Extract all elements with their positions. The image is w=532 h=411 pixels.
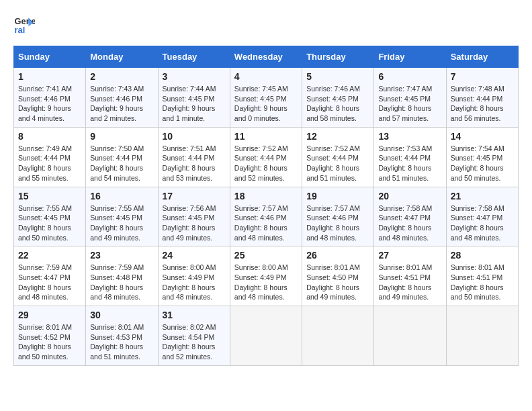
calendar-week-row: 8Sunrise: 7:49 AM Sunset: 4:44 PM Daylig…: [14, 127, 519, 187]
calendar-cell: 1Sunrise: 7:41 AM Sunset: 4:46 PM Daylig…: [14, 68, 86, 128]
day-number: 25: [234, 250, 298, 261]
calendar-cell: 17Sunrise: 7:56 AM Sunset: 4:45 PM Dayli…: [158, 187, 230, 246]
calendar-cell: 9Sunrise: 7:50 AM Sunset: 4:44 PM Daylig…: [86, 127, 158, 187]
calendar-cell: 22Sunrise: 7:59 AM Sunset: 4:47 PM Dayli…: [14, 246, 86, 306]
calendar-cell: 23Sunrise: 7:59 AM Sunset: 4:48 PM Dayli…: [86, 246, 158, 306]
day-info: Sunrise: 7:49 AM Sunset: 4:44 PM Dayligh…: [18, 144, 81, 183]
calendar-cell: [374, 306, 446, 366]
calendar-week-row: 29Sunrise: 8:01 AM Sunset: 4:52 PM Dayli…: [14, 306, 519, 366]
day-info: Sunrise: 7:52 AM Sunset: 4:44 PM Dayligh…: [234, 144, 298, 183]
day-number: 13: [378, 131, 441, 142]
day-info: Sunrise: 8:01 AM Sunset: 4:53 PM Dayligh…: [90, 322, 153, 362]
day-number: 27: [378, 250, 441, 261]
day-number: 3: [163, 71, 226, 82]
calendar-cell: 5Sunrise: 7:46 AM Sunset: 4:45 PM Daylig…: [302, 68, 374, 128]
day-info: Sunrise: 7:55 AM Sunset: 4:45 PM Dayligh…: [18, 203, 81, 243]
day-number: 31: [163, 310, 226, 320]
day-info: Sunrise: 8:00 AM Sunset: 4:49 PM Dayligh…: [163, 263, 226, 302]
calendar-cell: 29Sunrise: 8:01 AM Sunset: 4:52 PM Dayli…: [14, 306, 86, 366]
day-info: Sunrise: 7:43 AM Sunset: 4:46 PM Dayligh…: [90, 84, 153, 124]
calendar-cell: 11Sunrise: 7:52 AM Sunset: 4:44 PM Dayli…: [230, 127, 302, 187]
col-header-sunday: Sunday: [14, 46, 86, 68]
day-info: Sunrise: 7:41 AM Sunset: 4:46 PM Dayligh…: [18, 84, 81, 124]
day-number: 28: [451, 250, 514, 261]
calendar-cell: [302, 306, 374, 366]
calendar-cell: 15Sunrise: 7:55 AM Sunset: 4:45 PM Dayli…: [14, 187, 86, 246]
day-info: Sunrise: 8:01 AM Sunset: 4:50 PM Dayligh…: [306, 263, 369, 302]
day-info: Sunrise: 7:59 AM Sunset: 4:47 PM Dayligh…: [18, 263, 81, 302]
calendar-week-row: 1Sunrise: 7:41 AM Sunset: 4:46 PM Daylig…: [14, 68, 519, 128]
calendar-cell: 7Sunrise: 7:48 AM Sunset: 4:44 PM Daylig…: [446, 68, 518, 128]
day-info: Sunrise: 8:00 AM Sunset: 4:49 PM Dayligh…: [234, 263, 298, 302]
day-number: 21: [451, 191, 514, 201]
calendar-cell: 14Sunrise: 7:54 AM Sunset: 4:45 PM Dayli…: [446, 127, 518, 187]
calendar-cell: 26Sunrise: 8:01 AM Sunset: 4:50 PM Dayli…: [302, 246, 374, 306]
page-header: Gene ral: [13, 13, 519, 35]
col-header-friday: Friday: [374, 46, 446, 68]
day-info: Sunrise: 7:50 AM Sunset: 4:44 PM Dayligh…: [90, 144, 153, 183]
calendar-cell: [446, 306, 518, 366]
day-info: Sunrise: 7:44 AM Sunset: 4:45 PM Dayligh…: [163, 84, 226, 124]
calendar-cell: [230, 306, 302, 366]
day-info: Sunrise: 7:53 AM Sunset: 4:44 PM Dayligh…: [378, 144, 441, 183]
day-number: 26: [306, 250, 369, 261]
day-number: 15: [18, 191, 81, 201]
col-header-saturday: Saturday: [446, 46, 518, 68]
day-number: 11: [234, 131, 298, 142]
day-number: 2: [90, 71, 153, 82]
day-number: 24: [163, 250, 226, 261]
day-info: Sunrise: 8:01 AM Sunset: 4:51 PM Dayligh…: [378, 263, 441, 302]
calendar-cell: 21Sunrise: 7:58 AM Sunset: 4:47 PM Dayli…: [446, 187, 518, 246]
day-info: Sunrise: 7:54 AM Sunset: 4:45 PM Dayligh…: [451, 144, 514, 183]
calendar-cell: 16Sunrise: 7:55 AM Sunset: 4:45 PM Dayli…: [86, 187, 158, 246]
calendar-cell: 6Sunrise: 7:47 AM Sunset: 4:45 PM Daylig…: [374, 68, 446, 128]
day-number: 19: [306, 191, 369, 201]
day-info: Sunrise: 7:45 AM Sunset: 4:45 PM Dayligh…: [234, 84, 298, 124]
calendar-cell: 8Sunrise: 7:49 AM Sunset: 4:44 PM Daylig…: [14, 127, 86, 187]
day-info: Sunrise: 7:51 AM Sunset: 4:44 PM Dayligh…: [163, 144, 226, 183]
calendar-cell: 28Sunrise: 8:01 AM Sunset: 4:51 PM Dayli…: [446, 246, 518, 306]
day-info: Sunrise: 7:56 AM Sunset: 4:45 PM Dayligh…: [163, 203, 226, 243]
day-number: 23: [90, 250, 153, 261]
day-number: 10: [163, 131, 226, 142]
day-number: 18: [234, 191, 298, 201]
day-number: 29: [18, 310, 81, 320]
day-info: Sunrise: 7:46 AM Sunset: 4:45 PM Dayligh…: [306, 84, 369, 124]
day-number: 12: [306, 131, 369, 142]
day-number: 5: [306, 71, 369, 82]
svg-text:ral: ral: [15, 25, 26, 35]
day-info: Sunrise: 7:47 AM Sunset: 4:45 PM Dayligh…: [378, 84, 441, 124]
day-number: 22: [18, 250, 81, 261]
day-number: 20: [378, 191, 441, 201]
day-info: Sunrise: 7:55 AM Sunset: 4:45 PM Dayligh…: [90, 203, 153, 243]
col-header-tuesday: Tuesday: [158, 46, 230, 68]
col-header-wednesday: Wednesday: [230, 46, 302, 68]
calendar-cell: 4Sunrise: 7:45 AM Sunset: 4:45 PM Daylig…: [230, 68, 302, 128]
day-number: 16: [90, 191, 153, 201]
logo-icon: Gene ral: [13, 13, 35, 35]
day-number: 7: [451, 71, 514, 82]
day-number: 4: [234, 71, 298, 82]
calendar-cell: 24Sunrise: 8:00 AM Sunset: 4:49 PM Dayli…: [158, 246, 230, 306]
day-info: Sunrise: 7:58 AM Sunset: 4:47 PM Dayligh…: [451, 203, 514, 243]
day-number: 30: [90, 310, 153, 320]
day-info: Sunrise: 7:57 AM Sunset: 4:46 PM Dayligh…: [234, 203, 298, 243]
day-info: Sunrise: 8:02 AM Sunset: 4:54 PM Dayligh…: [163, 322, 226, 362]
day-info: Sunrise: 7:57 AM Sunset: 4:46 PM Dayligh…: [306, 203, 369, 243]
calendar-table: SundayMondayTuesdayWednesdayThursdayFrid…: [13, 46, 519, 366]
calendar-cell: 3Sunrise: 7:44 AM Sunset: 4:45 PM Daylig…: [158, 68, 230, 128]
day-info: Sunrise: 7:52 AM Sunset: 4:44 PM Dayligh…: [306, 144, 369, 183]
calendar-cell: 19Sunrise: 7:57 AM Sunset: 4:46 PM Dayli…: [302, 187, 374, 246]
calendar-cell: 18Sunrise: 7:57 AM Sunset: 4:46 PM Dayli…: [230, 187, 302, 246]
calendar-week-row: 22Sunrise: 7:59 AM Sunset: 4:47 PM Dayli…: [14, 246, 519, 306]
day-number: 17: [163, 191, 226, 201]
day-number: 9: [90, 131, 153, 142]
col-header-monday: Monday: [86, 46, 158, 68]
day-info: Sunrise: 8:01 AM Sunset: 4:52 PM Dayligh…: [18, 322, 81, 362]
calendar-cell: 30Sunrise: 8:01 AM Sunset: 4:53 PM Dayli…: [86, 306, 158, 366]
calendar-cell: 2Sunrise: 7:43 AM Sunset: 4:46 PM Daylig…: [86, 68, 158, 128]
calendar-cell: 31Sunrise: 8:02 AM Sunset: 4:54 PM Dayli…: [158, 306, 230, 366]
calendar-cell: 13Sunrise: 7:53 AM Sunset: 4:44 PM Dayli…: [374, 127, 446, 187]
calendar-cell: 20Sunrise: 7:58 AM Sunset: 4:47 PM Dayli…: [374, 187, 446, 246]
calendar-week-row: 15Sunrise: 7:55 AM Sunset: 4:45 PM Dayli…: [14, 187, 519, 246]
